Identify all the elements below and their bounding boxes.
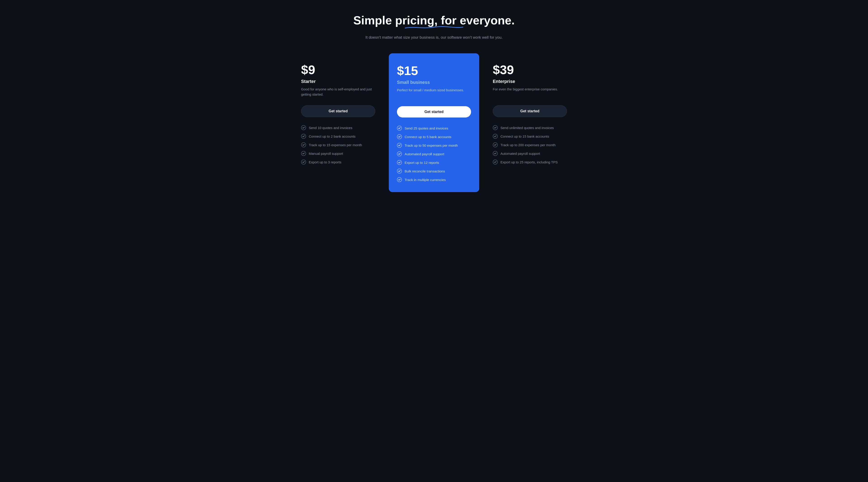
enterprise-price: $39: [493, 62, 567, 77]
check-icon: [493, 125, 498, 130]
page-subtitle: It doesn't matter what size your busines…: [353, 35, 515, 40]
small-business-get-started-button[interactable]: Get started: [397, 106, 471, 118]
check-icon: [301, 125, 306, 130]
page-header: Simple pricing, for everyone. It doesn't…: [353, 13, 515, 40]
list-item: Track in multiple currencies: [397, 177, 471, 182]
check-icon: [301, 151, 306, 156]
small-business-description: Perfect for small / medium sized busines…: [397, 88, 471, 99]
plan-starter: $9 Starter Good for anyone who is self-e…: [293, 53, 383, 173]
list-item: Send unlimited quotes and invoices: [493, 125, 567, 130]
small-business-name: Small business: [397, 80, 471, 85]
check-icon: [493, 151, 498, 156]
starter-get-started-button[interactable]: Get started: [301, 105, 375, 117]
list-item: Bulk reconcile transactions: [397, 168, 471, 173]
list-item: Automated payroll support: [493, 151, 567, 156]
plan-enterprise: $39 Enterprise For even the biggest ente…: [485, 53, 575, 173]
check-icon: [397, 151, 402, 156]
check-icon: [301, 134, 306, 139]
page-title: Simple pricing, for everyone.: [353, 13, 515, 27]
list-item: Track up to 50 expenses per month: [397, 143, 471, 148]
check-icon: [397, 134, 402, 139]
starter-description: Good for anyone who is self-employed and…: [301, 87, 375, 98]
check-icon: [493, 134, 498, 139]
enterprise-get-started-button[interactable]: Get started: [493, 105, 567, 117]
check-icon: [397, 177, 402, 182]
check-icon: [301, 160, 306, 164]
list-item: Connect up to 15 bank accounts: [493, 134, 567, 139]
small-business-price: $15: [397, 63, 471, 78]
check-icon: [397, 168, 402, 173]
list-item: Automated payroll support: [397, 151, 471, 156]
list-item: Connect up to 5 bank accounts: [397, 134, 471, 139]
list-item: Send 10 quotes and invoices: [301, 125, 375, 130]
list-item: Connect up to 2 bank accounts: [301, 134, 375, 139]
list-item: Manual payroll support: [301, 151, 375, 156]
enterprise-features-list: Send unlimited quotes and invoices Conne…: [493, 125, 567, 164]
list-item: Export up to 25 reports, including TPS: [493, 160, 567, 164]
starter-name: Starter: [301, 79, 375, 84]
list-item: Track up to 200 expenses per month: [493, 142, 567, 147]
plan-small-business: $15 Small business Perfect for small / m…: [389, 53, 479, 192]
check-icon: [493, 160, 498, 164]
enterprise-name: Enterprise: [493, 79, 567, 84]
small-business-features-list: Send 25 quotes and invoices Connect up t…: [397, 126, 471, 182]
list-item: Export up to 3 reports: [301, 160, 375, 164]
enterprise-description: For even the biggest enterprise companie…: [493, 87, 567, 98]
starter-price: $9: [301, 62, 375, 77]
starter-features-list: Send 10 quotes and invoices Connect up t…: [301, 125, 375, 164]
plans-container: $9 Starter Good for anyone who is self-e…: [287, 53, 581, 192]
check-icon: [397, 143, 402, 148]
check-icon: [301, 142, 306, 147]
list-item: Export up to 12 reports: [397, 160, 471, 165]
check-icon: [493, 142, 498, 147]
check-icon: [397, 126, 402, 131]
check-icon: [397, 160, 402, 165]
list-item: Send 25 quotes and invoices: [397, 126, 471, 131]
list-item: Track up to 15 expenses per month: [301, 142, 375, 147]
